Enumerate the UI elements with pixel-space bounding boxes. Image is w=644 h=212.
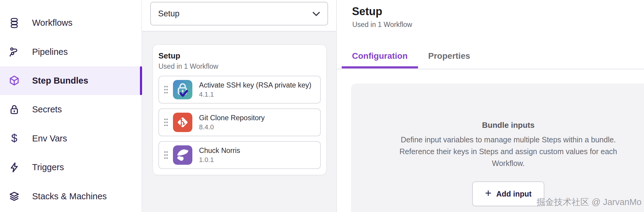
sidebar-item-label: Pipelines [32,47,68,57]
empty-state-line: Workflow. [386,157,631,169]
sidebar-item-secrets[interactable]: Secrets [0,95,141,124]
cube-icon [8,75,20,86]
bundle-card: Setup Used in 1 Workflow [153,45,327,175]
cowboy-icon [173,145,192,165]
sidebar-item-label: Stacks & Machines [32,191,107,201]
bundle-inputs-empty-state: Bundle inputs Define input variables to … [351,84,644,212]
step-title: Chuck Norris [199,146,240,155]
step-version: 8.4.0 [199,123,265,131]
empty-state-line: Define input variables to manage multipl… [386,134,631,146]
sidebar-item-label: Secrets [32,104,62,114]
layers-icon [8,190,20,202]
bundle-list-panel: Setup Setup Used in 1 Workflow [142,0,336,212]
add-input-button[interactable]: + Add input [472,181,544,206]
bundle-card-title: Setup [158,51,321,61]
workflows-icon [8,17,20,29]
detail-subtitle: Used in 1 Workflow [352,21,412,29]
drag-handle-icon[interactable] [164,85,168,94]
tab-properties[interactable]: Properties [418,45,481,68]
sidebar-item-step-bundles[interactable]: Step Bundles [0,66,141,95]
step-version: 1.0.1 [199,156,240,164]
lightning-icon [8,162,20,173]
empty-state-heading: Bundle inputs [386,121,631,130]
step-version: 4.1.1 [199,90,311,99]
sidebar-item-workflows[interactable]: Workflows [0,8,141,37]
git-icon [173,113,192,132]
detail-title: Setup [352,5,382,18]
sidebar-item-label: Workflows [32,18,72,28]
bundle-select-value: Setup [158,9,180,18]
add-input-label: Add input [496,190,532,198]
watermark: 掘金技术社区 @ JarvanMo [536,196,642,208]
sidebar-item-stacks-machines[interactable]: Stacks & Machines [0,182,141,210]
bundle-detail-panel: Setup Used in 1 Workflow Configuration P… [336,0,644,212]
sidebar-item-label: Step Bundles [32,76,88,86]
lock-icon [8,104,20,115]
sidebar-item-label: Triggers [32,162,64,172]
bundle-card-subtitle: Used in 1 Workflow [158,62,321,71]
pipelines-icon [8,46,20,58]
empty-state-description: Define input variables to manage multipl… [386,134,631,169]
drag-handle-icon[interactable] [164,151,168,160]
ssh-lock-check-icon [173,80,192,99]
sidebar-item-label: Env Vars [32,134,67,144]
step-row-git-clone[interactable]: Git Clone Repository 8.4.0 [158,108,321,136]
step-title: Git Clone Repository [199,113,265,122]
step-row-chuck-norris[interactable]: Chuck Norris 1.0.1 [158,141,321,169]
step-row-activate-ssh-key[interactable]: Activate SSH key (RSA private key) 4.1.1 [158,76,321,104]
sidebar-item-triggers[interactable]: Triggers [0,153,141,182]
drag-handle-icon[interactable] [164,118,168,127]
tab-configuration[interactable]: Configuration [342,45,418,68]
active-item-accent-bar [140,66,142,95]
dollar-icon: $ [8,133,20,144]
sidebar: Workflows Pipelines Step Bundles [0,0,142,212]
step-title: Activate SSH key (RSA private key) [199,81,311,90]
plus-icon: + [485,187,491,200]
bundle-select-dropdown[interactable]: Setup [150,2,328,25]
bundle-selector-bar: Setup [142,0,336,31]
empty-state-line: Reference their keys in Steps and assign… [386,146,631,157]
tabs-divider [337,69,644,69]
sidebar-item-pipelines[interactable]: Pipelines [0,37,141,66]
sidebar-item-env-vars[interactable]: $ Env Vars [0,124,141,153]
chevron-down-icon [312,9,320,18]
detail-tabs: Configuration Properties [342,45,480,68]
